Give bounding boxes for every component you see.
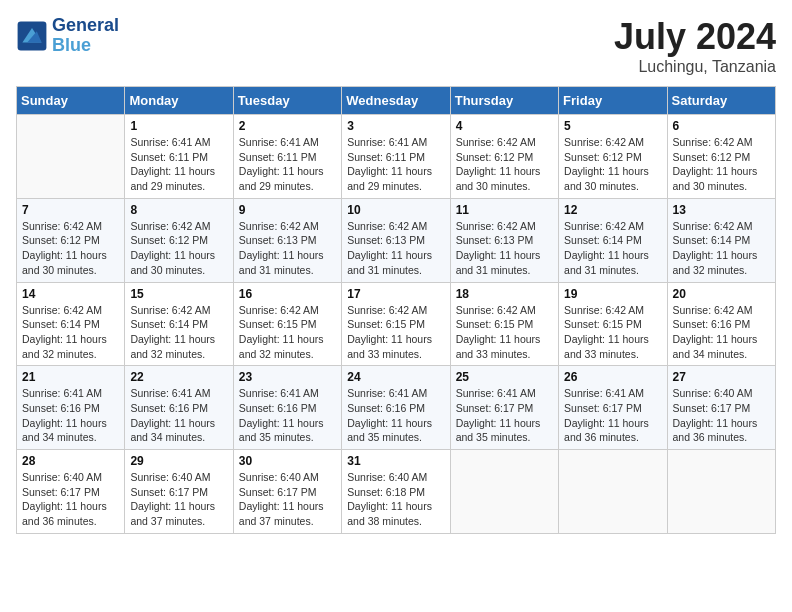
daylight-text-cont: and 31 minutes. bbox=[239, 263, 336, 278]
day-info: Sunrise: 6:40 AMSunset: 6:18 PMDaylight:… bbox=[347, 470, 444, 529]
daylight-text-cont: and 36 minutes. bbox=[673, 430, 770, 445]
day-number: 5 bbox=[564, 119, 661, 133]
daylight-text-cont: and 29 minutes. bbox=[347, 179, 444, 194]
sunset-text: Sunset: 6:12 PM bbox=[564, 150, 661, 165]
day-info: Sunrise: 6:42 AMSunset: 6:12 PMDaylight:… bbox=[130, 219, 227, 278]
daylight-text: Daylight: 11 hours bbox=[239, 499, 336, 514]
day-number: 27 bbox=[673, 370, 770, 384]
daylight-text-cont: and 37 minutes. bbox=[130, 514, 227, 529]
daylight-text: Daylight: 11 hours bbox=[130, 416, 227, 431]
day-number: 31 bbox=[347, 454, 444, 468]
day-number: 20 bbox=[673, 287, 770, 301]
day-info: Sunrise: 6:42 AMSunset: 6:14 PMDaylight:… bbox=[22, 303, 119, 362]
daylight-text: Daylight: 11 hours bbox=[239, 416, 336, 431]
daylight-text: Daylight: 11 hours bbox=[564, 416, 661, 431]
sunrise-text: Sunrise: 6:42 AM bbox=[130, 219, 227, 234]
daylight-text: Daylight: 11 hours bbox=[22, 332, 119, 347]
calendar-cell: 24Sunrise: 6:41 AMSunset: 6:16 PMDayligh… bbox=[342, 366, 450, 450]
day-number: 23 bbox=[239, 370, 336, 384]
sunset-text: Sunset: 6:11 PM bbox=[130, 150, 227, 165]
daylight-text-cont: and 35 minutes. bbox=[456, 430, 553, 445]
sunrise-text: Sunrise: 6:40 AM bbox=[22, 470, 119, 485]
day-number: 25 bbox=[456, 370, 553, 384]
title-block: July 2024 Luchingu, Tanzania bbox=[614, 16, 776, 76]
day-info: Sunrise: 6:41 AMSunset: 6:17 PMDaylight:… bbox=[456, 386, 553, 445]
day-info: Sunrise: 6:42 AMSunset: 6:13 PMDaylight:… bbox=[347, 219, 444, 278]
logo-line1: General bbox=[52, 16, 119, 36]
col-header-friday: Friday bbox=[559, 87, 667, 115]
calendar-cell: 7Sunrise: 6:42 AMSunset: 6:12 PMDaylight… bbox=[17, 198, 125, 282]
calendar-cell: 22Sunrise: 6:41 AMSunset: 6:16 PMDayligh… bbox=[125, 366, 233, 450]
daylight-text: Daylight: 11 hours bbox=[456, 248, 553, 263]
sunrise-text: Sunrise: 6:42 AM bbox=[239, 303, 336, 318]
calendar-cell: 6Sunrise: 6:42 AMSunset: 6:12 PMDaylight… bbox=[667, 115, 775, 199]
calendar-cell: 5Sunrise: 6:42 AMSunset: 6:12 PMDaylight… bbox=[559, 115, 667, 199]
logo: General Blue bbox=[16, 16, 119, 56]
day-info: Sunrise: 6:41 AMSunset: 6:16 PMDaylight:… bbox=[347, 386, 444, 445]
day-info: Sunrise: 6:42 AMSunset: 6:15 PMDaylight:… bbox=[564, 303, 661, 362]
daylight-text-cont: and 34 minutes. bbox=[22, 430, 119, 445]
sunset-text: Sunset: 6:17 PM bbox=[22, 485, 119, 500]
sunset-text: Sunset: 6:13 PM bbox=[347, 233, 444, 248]
calendar-cell: 27Sunrise: 6:40 AMSunset: 6:17 PMDayligh… bbox=[667, 366, 775, 450]
sunrise-text: Sunrise: 6:41 AM bbox=[347, 135, 444, 150]
day-info: Sunrise: 6:42 AMSunset: 6:12 PMDaylight:… bbox=[456, 135, 553, 194]
sunset-text: Sunset: 6:17 PM bbox=[130, 485, 227, 500]
sunset-text: Sunset: 6:16 PM bbox=[130, 401, 227, 416]
daylight-text: Daylight: 11 hours bbox=[673, 416, 770, 431]
sunset-text: Sunset: 6:12 PM bbox=[456, 150, 553, 165]
day-info: Sunrise: 6:42 AMSunset: 6:15 PMDaylight:… bbox=[239, 303, 336, 362]
calendar-cell: 10Sunrise: 6:42 AMSunset: 6:13 PMDayligh… bbox=[342, 198, 450, 282]
daylight-text: Daylight: 11 hours bbox=[22, 499, 119, 514]
daylight-text: Daylight: 11 hours bbox=[130, 248, 227, 263]
month-title: July 2024 bbox=[614, 16, 776, 58]
day-number: 21 bbox=[22, 370, 119, 384]
daylight-text: Daylight: 11 hours bbox=[564, 164, 661, 179]
daylight-text-cont: and 32 minutes. bbox=[130, 347, 227, 362]
day-number: 13 bbox=[673, 203, 770, 217]
daylight-text-cont: and 38 minutes. bbox=[347, 514, 444, 529]
sunrise-text: Sunrise: 6:40 AM bbox=[347, 470, 444, 485]
sunset-text: Sunset: 6:15 PM bbox=[564, 317, 661, 332]
day-number: 30 bbox=[239, 454, 336, 468]
daylight-text-cont: and 30 minutes. bbox=[22, 263, 119, 278]
col-header-sunday: Sunday bbox=[17, 87, 125, 115]
calendar-cell: 25Sunrise: 6:41 AMSunset: 6:17 PMDayligh… bbox=[450, 366, 558, 450]
sunrise-text: Sunrise: 6:41 AM bbox=[239, 135, 336, 150]
daylight-text: Daylight: 11 hours bbox=[456, 416, 553, 431]
day-info: Sunrise: 6:42 AMSunset: 6:14 PMDaylight:… bbox=[130, 303, 227, 362]
day-number: 28 bbox=[22, 454, 119, 468]
sunset-text: Sunset: 6:13 PM bbox=[456, 233, 553, 248]
day-info: Sunrise: 6:40 AMSunset: 6:17 PMDaylight:… bbox=[239, 470, 336, 529]
calendar-cell: 15Sunrise: 6:42 AMSunset: 6:14 PMDayligh… bbox=[125, 282, 233, 366]
sunset-text: Sunset: 6:16 PM bbox=[22, 401, 119, 416]
daylight-text: Daylight: 11 hours bbox=[673, 332, 770, 347]
sunrise-text: Sunrise: 6:42 AM bbox=[673, 135, 770, 150]
daylight-text: Daylight: 11 hours bbox=[673, 164, 770, 179]
day-info: Sunrise: 6:41 AMSunset: 6:11 PMDaylight:… bbox=[239, 135, 336, 194]
day-info: Sunrise: 6:42 AMSunset: 6:13 PMDaylight:… bbox=[239, 219, 336, 278]
daylight-text: Daylight: 11 hours bbox=[347, 164, 444, 179]
calendar-cell: 3Sunrise: 6:41 AMSunset: 6:11 PMDaylight… bbox=[342, 115, 450, 199]
daylight-text-cont: and 30 minutes. bbox=[456, 179, 553, 194]
sunset-text: Sunset: 6:11 PM bbox=[239, 150, 336, 165]
day-number: 4 bbox=[456, 119, 553, 133]
calendar-cell: 19Sunrise: 6:42 AMSunset: 6:15 PMDayligh… bbox=[559, 282, 667, 366]
sunrise-text: Sunrise: 6:41 AM bbox=[564, 386, 661, 401]
daylight-text-cont: and 34 minutes. bbox=[673, 347, 770, 362]
day-number: 2 bbox=[239, 119, 336, 133]
day-number: 11 bbox=[456, 203, 553, 217]
sunrise-text: Sunrise: 6:41 AM bbox=[22, 386, 119, 401]
day-info: Sunrise: 6:41 AMSunset: 6:16 PMDaylight:… bbox=[239, 386, 336, 445]
sunrise-text: Sunrise: 6:42 AM bbox=[22, 303, 119, 318]
calendar: SundayMondayTuesdayWednesdayThursdayFrid… bbox=[16, 86, 776, 534]
day-info: Sunrise: 6:42 AMSunset: 6:13 PMDaylight:… bbox=[456, 219, 553, 278]
calendar-cell: 13Sunrise: 6:42 AMSunset: 6:14 PMDayligh… bbox=[667, 198, 775, 282]
daylight-text-cont: and 32 minutes. bbox=[239, 347, 336, 362]
sunrise-text: Sunrise: 6:42 AM bbox=[564, 303, 661, 318]
day-number: 12 bbox=[564, 203, 661, 217]
sunrise-text: Sunrise: 6:41 AM bbox=[130, 135, 227, 150]
daylight-text-cont: and 35 minutes. bbox=[347, 430, 444, 445]
calendar-cell: 21Sunrise: 6:41 AMSunset: 6:16 PMDayligh… bbox=[17, 366, 125, 450]
col-header-thursday: Thursday bbox=[450, 87, 558, 115]
